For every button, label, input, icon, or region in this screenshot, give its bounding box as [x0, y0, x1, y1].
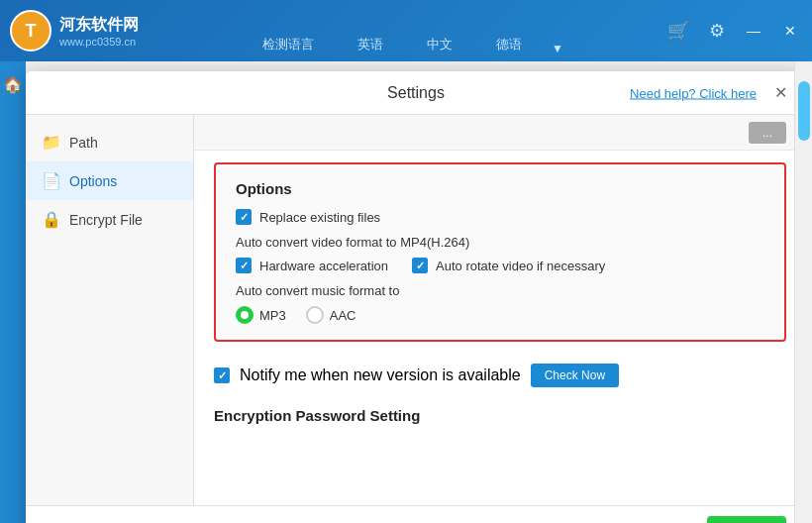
music-format-label: Auto convert music format to	[236, 283, 764, 298]
logo-icon: T	[10, 10, 51, 52]
notify-checkbox[interactable]	[214, 367, 230, 383]
settings-main-content: ... Options Replace existing files Auto …	[194, 115, 806, 505]
options-title: Options	[236, 180, 764, 197]
minimize-button[interactable]: —	[741, 21, 766, 41]
music-format-radio-group: MP3 AAC	[236, 306, 764, 324]
tab-dropdown-arrow[interactable]: ▼	[544, 36, 571, 61]
tab-detect-language[interactable]: 检测语言	[241, 30, 336, 61]
tab-english[interactable]: 英语	[336, 30, 405, 61]
logo-text: 河东软件网 www.pc0359.cn	[59, 15, 139, 48]
dialog-footer: ↺ Restore default settings OK	[26, 505, 806, 523]
settings-sidebar: 📁 Path 📄 Options 🔒 Encrypt File	[26, 115, 194, 505]
video-format-label: Auto convert video format to MP4(H.264)	[236, 235, 764, 250]
lock-icon: 🔒	[42, 210, 61, 229]
tab-chinese[interactable]: 中文	[405, 30, 474, 61]
replace-files-label: Replace existing files	[259, 210, 380, 225]
aac-radio[interactable]	[306, 306, 324, 324]
sidebar-label-path: Path	[69, 135, 98, 151]
auto-rotate-row: Auto rotate video if necessary	[412, 258, 605, 273]
settings-dialog: Settings Need help? Click here ✕ 📁 Path …	[26, 71, 806, 523]
sidebar-item-encrypt-file[interactable]: 🔒 Encrypt File	[26, 200, 193, 239]
notify-row: Notify me when new version is available …	[194, 354, 806, 397]
tab-german[interactable]: 德语	[474, 30, 544, 61]
mp3-radio-item[interactable]: MP3	[236, 306, 286, 324]
logo-area: T 河东软件网 www.pc0359.cn	[10, 10, 139, 52]
encryption-section: Encryption Password Setting	[194, 397, 806, 434]
gear-icon[interactable]: ⚙	[705, 16, 729, 46]
top-strip: ...	[194, 115, 806, 151]
dialog-header: Settings Need help? Click here ✕	[26, 71, 806, 115]
check-now-button[interactable]: Check Now	[531, 364, 619, 387]
replace-files-checkbox[interactable]	[236, 209, 252, 225]
right-scrollbar[interactable]	[794, 61, 812, 523]
scrollbar-thumb	[798, 81, 810, 141]
sidebar-label-encrypt-file: Encrypt File	[69, 212, 143, 228]
brand-url: www.pc0359.cn	[59, 36, 139, 48]
nav-tabs: 检测语言 英语 中文 德语 ▼	[198, 0, 614, 61]
auto-rotate-checkbox[interactable]	[412, 258, 428, 273]
video-options-group: Hardware acceleration Auto rotate video …	[236, 258, 764, 273]
top-right-icons: 🛒 ⚙ — ✕	[663, 0, 802, 61]
top-bar: T 河东软件网 www.pc0359.cn 检测语言 英语 中文 德语 ▼ 🛒 …	[0, 0, 812, 61]
aac-radio-item[interactable]: AAC	[306, 306, 356, 324]
close-button[interactable]: ✕	[778, 21, 802, 41]
hardware-accel-label: Hardware acceleration	[259, 259, 388, 273]
hardware-accel-checkbox[interactable]	[236, 258, 252, 273]
dialog-title: Settings	[387, 84, 445, 102]
sidebar-item-options[interactable]: 📄 Options	[26, 161, 193, 200]
replace-files-row: Replace existing files	[236, 209, 764, 225]
cart-icon[interactable]: 🛒	[663, 16, 693, 46]
aac-label: AAC	[330, 308, 356, 323]
dialog-body: 📁 Path 📄 Options 🔒 Encrypt File ... Opti…	[26, 115, 806, 505]
app-sidebar: 🏠	[0, 61, 26, 523]
top-strip-button[interactable]: ...	[749, 122, 786, 144]
mp3-radio[interactable]	[236, 306, 254, 324]
options-section: Options Replace existing files Auto conv…	[214, 162, 786, 342]
folder-icon: 📁	[42, 133, 61, 152]
options-icon: 📄	[42, 171, 61, 190]
hardware-accel-row: Hardware acceleration	[236, 258, 388, 273]
auto-rotate-label: Auto rotate video if necessary	[436, 259, 605, 273]
encryption-title: Encryption Password Setting	[214, 407, 786, 424]
mp3-label: MP3	[259, 308, 286, 323]
sidebar-label-options: Options	[69, 173, 117, 189]
ok-button[interactable]: OK	[707, 516, 786, 524]
dialog-close-button[interactable]: ✕	[768, 81, 792, 105]
sidebar-item-path[interactable]: 📁 Path	[26, 123, 193, 161]
help-link[interactable]: Need help? Click here	[630, 85, 757, 100]
notify-label: Notify me when new version is available	[240, 366, 521, 384]
home-icon[interactable]: 🏠	[0, 71, 27, 98]
brand-name: 河东软件网	[59, 15, 139, 36]
